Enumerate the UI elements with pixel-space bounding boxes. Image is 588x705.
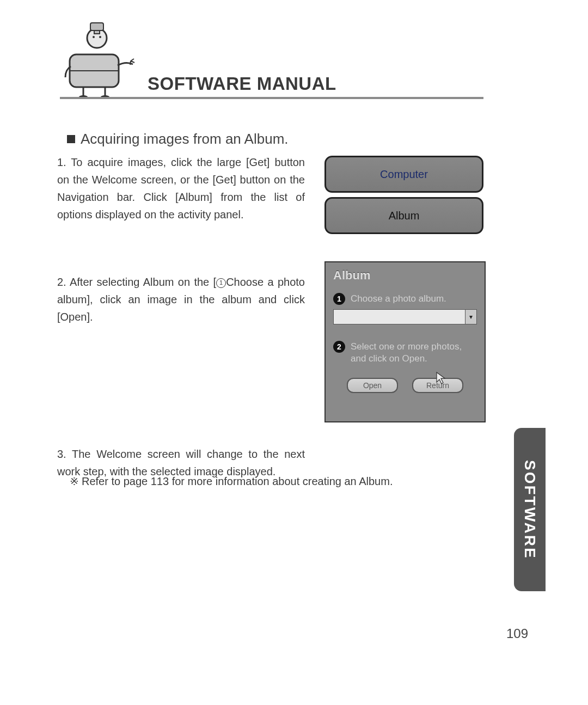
step-3-text: The Welcome screen will change to the ne… bbox=[57, 448, 305, 477]
chevron-down-icon[interactable]: ▾ bbox=[465, 310, 476, 324]
footnote-text: Refer to page 113 for more information a… bbox=[82, 475, 393, 487]
bullet-square-icon bbox=[67, 135, 75, 143]
step-1-text: To acquire images, click the large [Get]… bbox=[57, 156, 305, 220]
header-divider bbox=[60, 97, 483, 99]
album-panel-body: 1 Choose a photo album. ▾ 2 Select one o… bbox=[326, 289, 485, 401]
album-panel-title: Album bbox=[326, 262, 485, 289]
album-dropdown[interactable]: ▾ bbox=[333, 309, 477, 324]
badge-2-icon: 2 bbox=[333, 341, 345, 353]
page-number: 109 bbox=[506, 626, 528, 641]
album-option-button[interactable]: Album bbox=[324, 197, 483, 234]
album-step-1-text: Choose a photo album. bbox=[351, 293, 446, 304]
footnote: ※Refer to page 113 for more information … bbox=[70, 475, 393, 488]
computer-option-label: Computer bbox=[380, 168, 428, 181]
computer-option-button[interactable]: Computer bbox=[324, 156, 483, 193]
svg-point-5 bbox=[93, 36, 95, 38]
section-heading: Acquiring images from an Album. bbox=[67, 130, 289, 148]
album-step-1: 1 Choose a photo album. bbox=[333, 293, 477, 305]
section-heading-text: Acquiring images from an Album. bbox=[81, 131, 289, 147]
activity-panel-figure: Computer Album bbox=[324, 156, 483, 234]
svg-rect-4 bbox=[94, 30, 100, 34]
mascot-icon bbox=[59, 16, 140, 98]
step-2-number: 2. bbox=[57, 276, 66, 288]
album-button-row: Open Return bbox=[333, 378, 477, 393]
step-1-number: 1. bbox=[57, 156, 66, 168]
badge-1-icon: 1 bbox=[333, 293, 345, 305]
step-2-text-a: After selecting Album on the [ bbox=[66, 276, 216, 288]
open-button[interactable]: Open bbox=[347, 378, 398, 393]
album-panel-figure: Album 1 Choose a photo album. ▾ 2 Select… bbox=[324, 261, 486, 422]
album-step-2-text: Select one or more photos, and click on … bbox=[351, 341, 477, 365]
step-2: 2. After selecting Album on the [1Choose… bbox=[57, 273, 305, 326]
album-option-label: Album bbox=[389, 210, 420, 222]
circled-1-icon: 1 bbox=[216, 278, 226, 288]
album-step-2: 2 Select one or more photos, and click o… bbox=[333, 341, 477, 365]
open-button-label: Open bbox=[363, 381, 382, 390]
svg-point-6 bbox=[99, 36, 101, 38]
page-title-wrap: SOFTWARE MANUAL bbox=[148, 73, 336, 94]
cursor-icon bbox=[436, 371, 448, 385]
section-tab: SOFTWARE bbox=[514, 428, 546, 591]
reference-mark-icon: ※ bbox=[70, 475, 78, 487]
page-title: SOFTWARE MANUAL bbox=[148, 73, 336, 94]
manual-page: SOFTWARE MANUAL Acquiring images from an… bbox=[0, 0, 588, 705]
album-dropdown-value bbox=[334, 310, 465, 324]
section-tab-label: SOFTWARE bbox=[521, 460, 538, 560]
step-1: 1. To acquire images, click the large [G… bbox=[57, 154, 305, 223]
svg-rect-3 bbox=[90, 23, 103, 30]
step-3-number: 3. bbox=[57, 448, 66, 460]
